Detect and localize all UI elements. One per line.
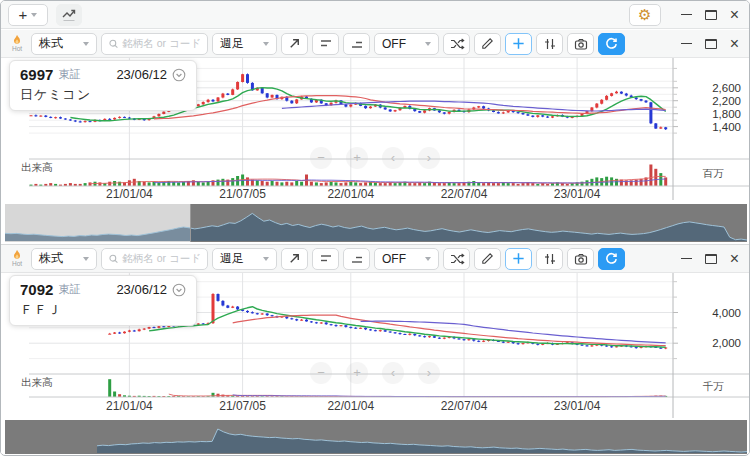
svg-text:23/01/04: 23/01/04	[554, 399, 601, 413]
svg-text:2,600: 2,600	[712, 82, 741, 94]
svg-text:2,000: 2,000	[712, 337, 741, 349]
panel-window-controls: ×	[681, 36, 739, 52]
svg-text:‹: ‹	[391, 150, 395, 165]
gear-icon: ⚙	[638, 7, 651, 22]
align-bottom-icon	[349, 251, 365, 267]
restore-button[interactable]	[705, 10, 717, 20]
svg-text:›: ›	[427, 365, 431, 380]
chevron-down-icon	[263, 42, 269, 46]
crosshair-button[interactable]	[505, 33, 532, 55]
chevron-down-icon	[425, 42, 431, 46]
overlay-select[interactable]: OFF	[374, 248, 439, 270]
search-icon	[108, 252, 119, 266]
panel-restore-button[interactable]	[705, 39, 717, 49]
symbol-info-box: 7092 東証 23/06/12 ＦＦＪ	[9, 275, 197, 326]
open-in-new-button[interactable]	[281, 248, 308, 270]
app-window: + ⚙ × Hot 株式 銘柄名 or	[0, 0, 750, 456]
svg-text:1,400: 1,400	[712, 121, 741, 133]
symbol-info-box: 6997 東証 23/06/12 日ケミコン	[9, 60, 197, 111]
settings-button[interactable]: ⚙	[629, 4, 661, 26]
new-chart-button[interactable]: +	[8, 4, 48, 26]
close-button[interactable]: ×	[730, 7, 739, 23]
chevron-down-icon	[83, 257, 89, 261]
draw-button[interactable]	[474, 248, 501, 270]
symbol-code: 7092	[20, 281, 53, 298]
svg-text:−: −	[317, 150, 325, 165]
svg-text:22/07/04: 22/07/04	[441, 399, 488, 413]
period-select[interactable]: 週足	[212, 33, 277, 55]
svg-text:+: +	[353, 365, 361, 380]
svg-text:23/01/04: 23/01/04	[554, 187, 601, 200]
app-window-controls: ×	[681, 7, 739, 23]
align-top-icon	[318, 36, 334, 52]
align-bottom-icon	[349, 36, 365, 52]
chevron-down-circle-icon[interactable]	[172, 68, 186, 82]
chart-toolbar: Hot 株式 銘柄名 or コード 週足 OFF	[1, 30, 749, 58]
minimize-button[interactable]	[681, 14, 692, 15]
quote-date: 23/06/12	[116, 67, 167, 82]
panel-minimize-button[interactable]	[681, 258, 692, 259]
svg-text:千万: 千万	[703, 380, 725, 392]
screenshot-button[interactable]	[567, 248, 594, 270]
trendline-icon	[61, 7, 77, 23]
search-icon	[108, 37, 119, 51]
refresh-icon	[604, 251, 619, 266]
align-bottom-button[interactable]	[343, 33, 370, 55]
camera-icon	[573, 251, 589, 267]
hot-list-button[interactable]: Hot	[7, 34, 27, 53]
panel-close-button[interactable]: ×	[730, 36, 739, 52]
align-top-button[interactable]	[312, 33, 339, 55]
svg-text:2,200: 2,200	[712, 95, 741, 107]
draw-button[interactable]	[474, 33, 501, 55]
screenshot-button[interactable]	[567, 33, 594, 55]
app-toolbar: + ⚙ ×	[1, 1, 749, 29]
category-select[interactable]: 株式	[31, 33, 97, 55]
open-in-new-button[interactable]	[281, 33, 308, 55]
pencil-icon	[480, 36, 495, 51]
refresh-button[interactable]	[598, 248, 625, 270]
svg-text:22/01/04: 22/01/04	[327, 399, 374, 413]
svg-text:+: +	[353, 150, 361, 165]
trendline-tool-button[interactable]	[56, 4, 82, 26]
symbol-search-input[interactable]: 銘柄名 or コード	[101, 33, 208, 55]
compare-button[interactable]	[443, 33, 470, 55]
quote-date: 23/06/12	[116, 282, 167, 297]
panel-window-controls: ×	[681, 251, 739, 267]
overlay-select[interactable]: OFF	[374, 33, 439, 55]
exchange-label: 東証	[58, 282, 80, 297]
chevron-down-circle-icon[interactable]	[172, 283, 186, 297]
range-navigator-2[interactable]	[1, 420, 750, 454]
panel-restore-button[interactable]	[705, 254, 717, 264]
shuffle-icon	[449, 36, 465, 52]
svg-text:21/01/04: 21/01/04	[106, 399, 153, 413]
align-bottom-button[interactable]	[343, 248, 370, 270]
category-select[interactable]: 株式	[31, 248, 97, 270]
align-top-icon	[318, 251, 334, 267]
indicator-settings-button[interactable]	[536, 33, 563, 55]
svg-text:1,800: 1,800	[712, 108, 741, 120]
panel-close-button[interactable]: ×	[730, 251, 739, 267]
symbol-search-input[interactable]: 銘柄名 or コード	[101, 248, 208, 270]
align-top-button[interactable]	[312, 248, 339, 270]
hot-list-button[interactable]: Hot	[7, 249, 27, 268]
compare-button[interactable]	[443, 248, 470, 270]
crosshair-button[interactable]	[505, 248, 532, 270]
chevron-down-icon	[83, 42, 89, 46]
chart-panel-2: Hot 株式 銘柄名 or コード 週足 OFF	[1, 244, 749, 454]
crosshair-plus-icon	[511, 36, 526, 51]
plus-icon: +	[19, 7, 28, 22]
shuffle-icon	[449, 251, 465, 267]
refresh-button[interactable]	[598, 33, 625, 55]
hot-label: Hot	[12, 261, 22, 268]
range-navigator-1[interactable]	[1, 204, 750, 242]
indicator-parameter-icon	[542, 251, 558, 267]
pencil-icon	[480, 251, 495, 266]
svg-text:22/07/04: 22/07/04	[441, 187, 488, 200]
search-placeholder: 銘柄名 or コード	[122, 37, 201, 51]
search-placeholder: 銘柄名 or コード	[122, 252, 201, 266]
period-select[interactable]: 週足	[212, 248, 277, 270]
panel-minimize-button[interactable]	[681, 43, 692, 44]
svg-text:21/01/04: 21/01/04	[106, 187, 153, 200]
indicator-settings-button[interactable]	[536, 248, 563, 270]
chart-toolbar: Hot 株式 銘柄名 or コード 週足 OFF	[1, 245, 749, 273]
